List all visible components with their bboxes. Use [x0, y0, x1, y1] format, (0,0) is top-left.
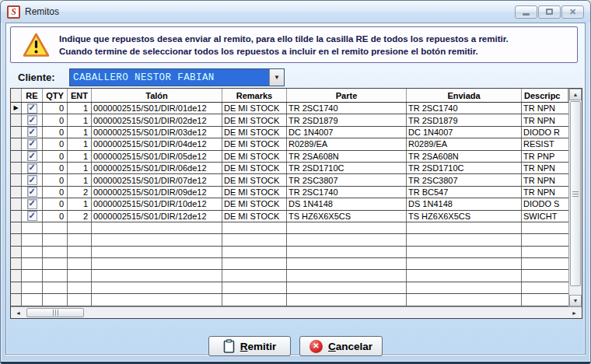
- empty-table-row[interactable]: [11, 282, 568, 294]
- check-icon: ✓: [28, 212, 35, 220]
- table-row[interactable]: ✓ 0 1 0000002515/S01/DIR/07de12 DE MI ST…: [11, 174, 568, 186]
- re-checkbox[interactable]: ✓: [27, 187, 37, 197]
- table-row[interactable]: ✓ 0 1 0000002515/S01/DIR/10de12 DE MI ST…: [11, 198, 568, 210]
- table-row[interactable]: ✓ 0 1 0000002515/S01/DIR/03de12 DE MI ST…: [11, 127, 568, 138]
- remarks-cell: [222, 222, 287, 233]
- re-checkbox[interactable]: ✓: [27, 151, 37, 161]
- current-row-indicator-icon: ▶: [13, 105, 18, 111]
- qty-cell: 0: [43, 163, 68, 173]
- talon-cell: [92, 234, 222, 245]
- check-icon: ✓: [28, 199, 35, 208]
- cliente-label: Cliente:: [18, 72, 69, 83]
- row-indicator-cell: [11, 198, 22, 209]
- table-row[interactable]: ✓ 0 1 0000002515/S01/DIR/06de12 DE MI ST…: [11, 163, 568, 174]
- table-row[interactable]: ✓ 0 1 0000002515/S01/DIR/05de12 DE MI ST…: [11, 151, 568, 163]
- descrip-cell: TR PNP: [522, 151, 568, 162]
- descrip-cell: DIODO S: [522, 198, 568, 209]
- descrip-cell: [522, 294, 568, 305]
- talon-cell: 0000002515/S01/DIR/02de12: [92, 114, 222, 125]
- check-icon: ✓: [28, 139, 35, 148]
- enviada-cell: TR 2SC1740: [407, 103, 522, 114]
- row-indicator-cell: [11, 270, 22, 281]
- re-cell: [22, 258, 43, 269]
- ent-cell: [68, 234, 92, 245]
- restore-button[interactable]: [538, 5, 561, 19]
- check-icon: ✓: [28, 128, 35, 136]
- close-button[interactable]: ✕: [561, 5, 584, 19]
- app-logo-letter: S: [11, 7, 16, 16]
- re-checkbox[interactable]: ✓: [27, 163, 37, 173]
- scroll-down-button[interactable]: ▼: [569, 295, 582, 306]
- ent-cell: [68, 270, 92, 281]
- ent-cell: [68, 282, 92, 293]
- cliente-combobox[interactable]: CABALLERO NESTOR FABIAN ▼: [69, 68, 285, 86]
- qty-cell: 0: [43, 187, 68, 198]
- row-indicator-cell: [11, 151, 22, 162]
- scroll-up-button[interactable]: ▲: [569, 89, 582, 100]
- re-cell: [22, 294, 43, 305]
- re-checkbox[interactable]: ✓: [27, 199, 37, 209]
- re-cell: [22, 270, 43, 281]
- remarks-cell: DE MI STOCK: [222, 127, 287, 138]
- scroll-left-button[interactable]: ◄: [12, 307, 24, 318]
- table-body: ▶ ✓ 0 1 0000002515/S01/DIR/01de12 DE MI …: [11, 103, 568, 306]
- parte-cell: [287, 247, 407, 257]
- descrip-cell: RESIST: [522, 138, 568, 149]
- row-indicator-cell: [11, 222, 22, 233]
- horizontal-scrollbar-thumb[interactable]: [26, 308, 84, 317]
- minimize-button[interactable]: [515, 5, 537, 19]
- column-header-descrip: Descripc: [522, 89, 568, 102]
- parte-cell: R0289/EA: [287, 138, 407, 149]
- horizontal-scrollbar[interactable]: ◄ ►: [11, 306, 582, 318]
- close-icon: ✕: [569, 8, 576, 16]
- vertical-scrollbar[interactable]: ▲ ▼: [568, 89, 582, 306]
- check-icon: ✓: [28, 163, 35, 172]
- table-row[interactable]: ✓ 0 2 0000002515/S01/DIR/09de12 DE MI ST…: [11, 187, 568, 198]
- empty-table-row[interactable]: [11, 258, 568, 270]
- qty-cell: 0: [43, 151, 68, 162]
- descrip-cell: TR NPN: [522, 103, 568, 114]
- row-indicator-cell: [11, 187, 22, 198]
- empty-table-row[interactable]: [11, 294, 568, 306]
- remitir-button[interactable]: Remitir: [208, 336, 291, 356]
- table-row[interactable]: ✓ 0 1 0000002515/S01/DIR/02de12 DE MI ST…: [11, 114, 568, 126]
- talon-cell: 0000002515/S01/DIR/01de12: [92, 103, 222, 114]
- re-checkbox[interactable]: ✓: [27, 103, 37, 114]
- row-indicator-cell: [11, 258, 22, 269]
- remarks-cell: DE MI STOCK: [222, 103, 287, 114]
- titlebar[interactable]: S Remitos ✕: [1, 1, 590, 23]
- row-indicator-cell: [11, 163, 22, 173]
- cliente-dropdown-button[interactable]: ▼: [269, 69, 284, 86]
- parte-cell: TR 2SC1740: [287, 187, 407, 198]
- parte-cell: TR 2SA608N: [287, 151, 407, 162]
- vertical-scrollbar-thumb[interactable]: [570, 101, 581, 286]
- row-indicator-cell: [11, 114, 22, 125]
- scroll-right-button[interactable]: ►: [568, 307, 580, 318]
- parte-cell: TR 2SD1710C: [287, 163, 407, 173]
- talon-cell: 0000002515/S01/DIR/03de12: [92, 127, 222, 138]
- table-row[interactable]: ✓ 0 1 0000002515/S01/DIR/04de12 DE MI ST…: [11, 138, 568, 150]
- re-checkbox[interactable]: ✓: [27, 175, 37, 185]
- parte-cell: TR 2SC1740: [287, 103, 407, 114]
- empty-table-row[interactable]: [11, 247, 568, 258]
- table-row[interactable]: ✓ 0 2 0000002515/S01/DIR/12de12 DE MI ST…: [11, 211, 568, 222]
- cliente-row: Cliente: CABALLERO NESTOR FABIAN ▼: [18, 68, 285, 86]
- check-icon: ✓: [28, 176, 35, 184]
- re-checkbox[interactable]: ✓: [27, 115, 37, 125]
- empty-table-row[interactable]: [11, 234, 568, 246]
- cancelar-button[interactable]: ✕ Cancelar: [299, 336, 383, 356]
- re-cell: [22, 222, 43, 233]
- qty-cell: 0: [43, 127, 68, 138]
- qty-cell: [43, 294, 68, 305]
- remarks-cell: DE MI STOCK: [222, 187, 287, 198]
- table-row[interactable]: ▶ ✓ 0 1 0000002515/S01/DIR/01de12 DE MI …: [11, 103, 568, 114]
- re-checkbox[interactable]: ✓: [27, 211, 37, 221]
- re-checkbox[interactable]: ✓: [27, 127, 37, 137]
- column-header-ent: ENT: [68, 89, 92, 102]
- re-checkbox[interactable]: ✓: [27, 139, 37, 149]
- minimize-icon: [523, 13, 530, 16]
- empty-table-row[interactable]: [11, 270, 568, 282]
- restore-icon: [546, 9, 553, 15]
- remarks-cell: DE MI STOCK: [222, 138, 287, 149]
- empty-table-row[interactable]: [11, 222, 568, 234]
